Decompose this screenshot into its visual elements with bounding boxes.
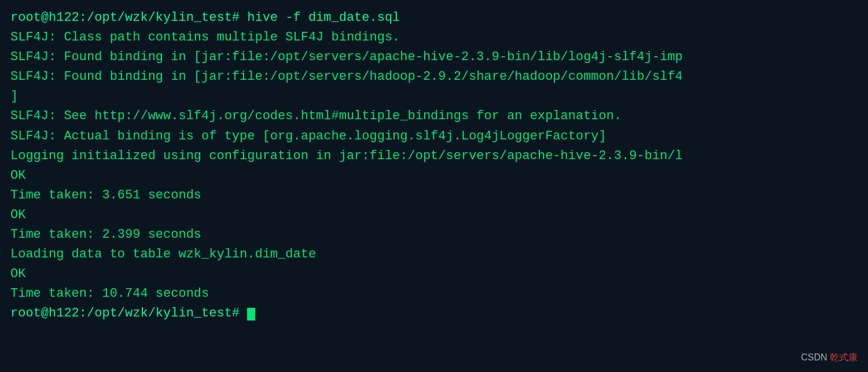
- terminal-line: Loading data to table wzk_kylin.dim_date: [10, 245, 858, 264]
- terminal-line: OK: [10, 205, 858, 225]
- terminal-line: ]: [10, 87, 858, 106]
- watermark: CSDN 乾式康: [801, 351, 858, 365]
- terminal-line: SLF4J: See http://www.slf4j.org/codes.ht…: [10, 106, 858, 126]
- terminal-line: Time taken: 10.744 seconds: [10, 284, 858, 304]
- terminal-line: SLF4J: Actual binding is of type [org.ap…: [10, 127, 858, 146]
- terminal-line: root@h122:/opt/wzk/kylin_test# hive -f d…: [10, 8, 858, 28]
- terminal-line: Time taken: 3.651 seconds: [10, 186, 858, 205]
- terminal-line: SLF4J: Class path contains multiple SLF4…: [10, 28, 858, 47]
- terminal-line: Time taken: 2.399 seconds: [10, 225, 858, 245]
- terminal-output: root@h122:/opt/wzk/kylin_test# hive -f d…: [10, 8, 858, 324]
- terminal-line: SLF4J: Found binding in [jar:file:/opt/s…: [10, 67, 858, 87]
- terminal-line: OK: [10, 264, 858, 284]
- terminal-line: OK: [10, 166, 858, 186]
- terminal-cursor: [247, 308, 255, 321]
- terminal-window: root@h122:/opt/wzk/kylin_test# hive -f d…: [0, 0, 868, 372]
- watermark-highlight: 乾式康: [830, 352, 858, 362]
- terminal-line: SLF4J: Found binding in [jar:file:/opt/s…: [10, 47, 858, 67]
- terminal-line: Logging initialized using configuration …: [10, 146, 858, 166]
- terminal-line: root@h122:/opt/wzk/kylin_test#: [10, 304, 858, 323]
